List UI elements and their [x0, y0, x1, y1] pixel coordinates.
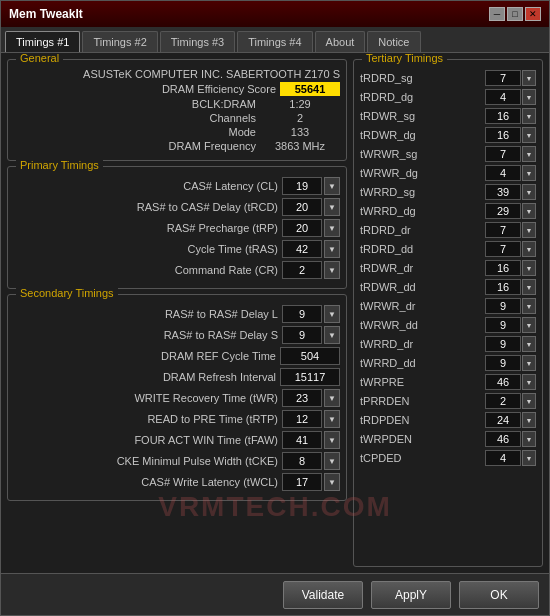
tertiary-input[interactable]	[485, 89, 521, 105]
tertiary-input[interactable]	[485, 336, 521, 352]
tertiary-input[interactable]	[485, 431, 521, 447]
tertiary-timing-row: tWRWR_dg ▼	[360, 165, 536, 181]
tab-timings1[interactable]: Timings #1	[5, 31, 80, 52]
timing-row-label: WRITE Recovery Time (tWR)	[14, 392, 278, 404]
timing-input[interactable]	[280, 368, 340, 386]
tertiary-dropdown[interactable]: ▼	[522, 393, 536, 409]
timing-row-label: RAS# Precharge (tRP)	[14, 222, 278, 234]
tertiary-dropdown[interactable]: ▼	[522, 70, 536, 86]
timing-input[interactable]	[280, 347, 340, 365]
timing-value-wrap: ▼	[282, 240, 340, 258]
tertiary-input[interactable]	[485, 298, 521, 314]
tab-timings3[interactable]: Timings #3	[160, 31, 235, 52]
tertiary-dropdown[interactable]: ▼	[522, 374, 536, 390]
tertiary-dropdown[interactable]: ▼	[522, 355, 536, 371]
timing-input[interactable]	[282, 198, 322, 216]
apply-button[interactable]: ApplY	[371, 581, 451, 609]
timing-dropdown[interactable]: ▼	[324, 240, 340, 258]
tertiary-dropdown[interactable]: ▼	[522, 184, 536, 200]
tabs-bar: Timings #1 Timings #2 Timings #3 Timings…	[1, 27, 549, 53]
tertiary-input[interactable]	[485, 165, 521, 181]
tertiary-input[interactable]	[485, 260, 521, 276]
timing-input[interactable]	[282, 219, 322, 237]
tertiary-input[interactable]	[485, 108, 521, 124]
close-button[interactable]: ✕	[525, 7, 541, 21]
timing-dropdown[interactable]: ▼	[324, 326, 340, 344]
timing-input[interactable]	[282, 389, 322, 407]
tertiary-dropdown[interactable]: ▼	[522, 412, 536, 428]
board-row: ASUSTeK COMPUTER INC. SABERTOOTH Z170 S	[14, 68, 340, 80]
timing-input[interactable]	[282, 431, 322, 449]
tertiary-value-wrap: ▼	[485, 70, 536, 86]
secondary-timing-row: RAS# to RAS# Delay L ▼	[14, 305, 340, 323]
timing-input[interactable]	[282, 326, 322, 344]
tertiary-input[interactable]	[485, 317, 521, 333]
tertiary-input[interactable]	[485, 203, 521, 219]
tertiary-input[interactable]	[485, 374, 521, 390]
timing-input[interactable]	[282, 240, 322, 258]
tertiary-dropdown[interactable]: ▼	[522, 222, 536, 238]
tertiary-dropdown[interactable]: ▼	[522, 146, 536, 162]
timing-dropdown[interactable]: ▼	[324, 452, 340, 470]
tertiary-input[interactable]	[485, 222, 521, 238]
tab-timings4[interactable]: Timings #4	[237, 31, 312, 52]
tertiary-timing-row: tWRWR_dd ▼	[360, 317, 536, 333]
timing-dropdown[interactable]: ▼	[324, 305, 340, 323]
tertiary-dropdown[interactable]: ▼	[522, 127, 536, 143]
primary-rows: CAS# Latency (CL) ▼ RAS# to CAS# Delay (…	[14, 171, 340, 279]
tertiary-dropdown[interactable]: ▼	[522, 298, 536, 314]
tertiary-dropdown[interactable]: ▼	[522, 431, 536, 447]
tab-notice[interactable]: Notice	[367, 31, 420, 52]
tertiary-dropdown[interactable]: ▼	[522, 89, 536, 105]
tertiary-dropdown[interactable]: ▼	[522, 260, 536, 276]
timing-dropdown[interactable]: ▼	[324, 473, 340, 491]
tertiary-input[interactable]	[485, 146, 521, 162]
tertiary-input[interactable]	[485, 450, 521, 466]
maximize-button[interactable]: □	[507, 7, 523, 21]
timing-input[interactable]	[282, 410, 322, 428]
tertiary-dropdown[interactable]: ▼	[522, 317, 536, 333]
tertiary-input[interactable]	[485, 70, 521, 86]
tertiary-value-wrap: ▼	[485, 127, 536, 143]
primary-timing-row: RAS# to CAS# Delay (tRCD) ▼	[14, 198, 340, 216]
minimize-button[interactable]: ─	[489, 7, 505, 21]
tertiary-value-wrap: ▼	[485, 89, 536, 105]
ok-button[interactable]: OK	[459, 581, 539, 609]
validate-button[interactable]: Validate	[283, 581, 363, 609]
timing-input[interactable]	[282, 177, 322, 195]
tertiary-input[interactable]	[485, 127, 521, 143]
timing-dropdown[interactable]: ▼	[324, 198, 340, 216]
tertiary-value-wrap: ▼	[485, 450, 536, 466]
timing-dropdown[interactable]: ▼	[324, 410, 340, 428]
timing-input[interactable]	[282, 473, 322, 491]
tertiary-input[interactable]	[485, 393, 521, 409]
tab-timings2[interactable]: Timings #2	[82, 31, 157, 52]
timing-dropdown[interactable]: ▼	[324, 261, 340, 279]
timing-input[interactable]	[282, 261, 322, 279]
timing-input[interactable]	[282, 305, 322, 323]
tertiary-dropdown[interactable]: ▼	[522, 165, 536, 181]
timing-value-wrap: ▼	[282, 305, 340, 323]
tertiary-dropdown[interactable]: ▼	[522, 336, 536, 352]
tertiary-value-wrap: ▼	[485, 184, 536, 200]
tertiary-input[interactable]	[485, 184, 521, 200]
general-group: General ASUSTeK COMPUTER INC. SABERTOOTH…	[7, 59, 347, 161]
tertiary-dropdown[interactable]: ▼	[522, 279, 536, 295]
timing-dropdown[interactable]: ▼	[324, 177, 340, 195]
tertiary-input[interactable]	[485, 279, 521, 295]
tertiary-input[interactable]	[485, 412, 521, 428]
tab-about[interactable]: About	[315, 31, 366, 52]
timing-dropdown[interactable]: ▼	[324, 219, 340, 237]
tertiary-dropdown[interactable]: ▼	[522, 241, 536, 257]
tertiary-dropdown[interactable]: ▼	[522, 203, 536, 219]
timing-dropdown[interactable]: ▼	[324, 431, 340, 449]
tertiary-input[interactable]	[485, 355, 521, 371]
tertiary-input[interactable]	[485, 241, 521, 257]
mode-value: 133	[260, 126, 340, 138]
timing-input[interactable]	[282, 452, 322, 470]
secondary-timing-row: DRAM REF Cycle Time	[14, 347, 340, 365]
tertiary-dropdown[interactable]: ▼	[522, 108, 536, 124]
tertiary-dropdown[interactable]: ▼	[522, 450, 536, 466]
tertiary-value-wrap: ▼	[485, 108, 536, 124]
timing-dropdown[interactable]: ▼	[324, 389, 340, 407]
